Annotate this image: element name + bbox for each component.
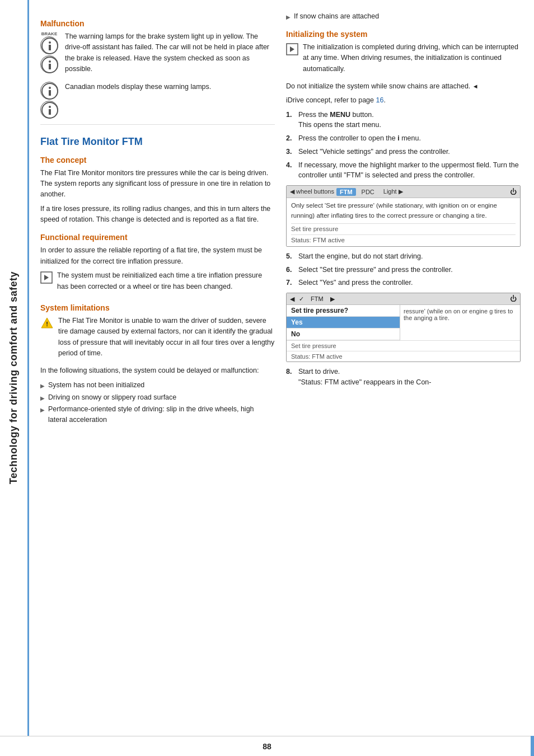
step-num: 7. (286, 278, 295, 288)
functional-p1: In order to assure the reliable reportin… (40, 245, 275, 267)
bullet-item-2: Driving on snowy or slippery road surfac… (48, 392, 176, 403)
power-icon: ⏻ (510, 188, 517, 196)
functional-heading: Functional requirement (40, 233, 275, 242)
step-1-text: Press the MENU button.This opens the sta… (298, 110, 381, 131)
ui-box2-check-icon: ✓ (299, 295, 304, 303)
flat-tire-heading: Flat Tire Monitor FTM (40, 136, 275, 148)
brake-warning-block: BRAKE (40, 31, 275, 78)
step-5-text: Start the engine, but do not start drivi… (298, 251, 423, 262)
list-item: 1. Press the MENU button.This opens the … (286, 110, 521, 131)
list-item: 8. Start to drive."Status: FTM active" r… (286, 367, 521, 388)
steps-list: 1. Press the MENU button.This opens the … (286, 110, 521, 181)
idrive-text: iDrive concept, refer to page 16. (286, 95, 521, 106)
ui-box2-header: ◀ ✓ FTM ▶ ⏻ (287, 293, 520, 305)
init-note-block: The initialization is completed during d… (286, 42, 521, 78)
svg-marker-17 (290, 46, 294, 52)
ui-box2-power-icon: ⏻ (510, 295, 517, 303)
ui-box2-right-arrow: ▶ (330, 295, 335, 303)
bullet-arrow-icon: ▶ (40, 394, 45, 402)
step-num: 2. (286, 133, 295, 144)
choice-yes: Yes (287, 317, 400, 328)
step-num: 3. (286, 147, 295, 157)
page-bar-accent (531, 736, 534, 756)
step-2-text: Press the controller to open the i menu. (298, 133, 421, 144)
list-item: 7. Select "Yes" and press the controller… (286, 278, 521, 288)
ui-box2-right-text: ressure' (while on on or engine g tires … (400, 305, 520, 340)
end-mark-1: ◄ (472, 83, 479, 90)
bullet-list: ▶ System has not been initialized ▶ Driv… (40, 380, 275, 425)
svg-text:!: ! (46, 321, 48, 327)
svg-point-4 (49, 60, 51, 63)
functional-note-block: The system must be reinitialized each ti… (40, 270, 275, 295)
system-limitations-block: ! The Flat Tire Monitor is unable to war… (40, 316, 275, 363)
svg-rect-2 (49, 45, 51, 50)
right-column: ▶ If snow chains are attached Initializi… (286, 11, 521, 728)
svg-marker-13 (44, 275, 49, 280)
choice-no: No (287, 328, 400, 340)
ui-box1-text: Only select 'Set tire pressure' (while s… (291, 201, 516, 221)
list-item: 6. Select "Set tire pressure" and press … (286, 265, 521, 275)
bullet-arrow-icon: ▶ (40, 382, 45, 390)
step-num: 5. (286, 251, 295, 262)
menu-bold: MENU (330, 111, 350, 119)
step-8-text: Start to drive."Status: FTM active" reap… (298, 367, 431, 388)
concept-p1: The Flat Tire Monitor monitors tire pres… (40, 168, 275, 200)
step-num: 1. (286, 110, 295, 120)
canadian-icon-2 (40, 101, 58, 119)
left-column: Malfunction BRAKE (40, 11, 275, 728)
canadian-icon-1 (40, 82, 58, 100)
list-item: 4. If necessary, move the highlight mark… (286, 160, 521, 181)
divider-1 (40, 124, 275, 125)
svg-rect-11 (49, 109, 51, 115)
canadian-text: Canadian models display these warning la… (65, 82, 211, 92)
i-bold: i (397, 134, 399, 142)
step-num: 4. (286, 160, 295, 171)
malfunction-warning-text: The warning lamps for the brake system l… (65, 31, 275, 75)
choice-set-pressure: Set tire pressure? (287, 305, 400, 317)
system-limitations-heading: System limitations (40, 303, 275, 312)
list-item: 2. Press the controller to open the i me… (286, 133, 521, 144)
ui-box2-choices: Set tire pressure? Yes No (287, 305, 400, 340)
arrow-right-icon-2 (286, 43, 298, 55)
brake-label: BRAKE (41, 31, 57, 36)
ui-box1-status: Status: FTM active (291, 234, 516, 243)
svg-rect-5 (49, 64, 51, 69)
list-item: 5. Start the engine, but do not start dr… (286, 251, 521, 262)
step-num: 6. (286, 265, 295, 275)
list-item: ▶ Driving on snowy or slippery road surf… (40, 392, 275, 403)
snow-chains-text: If snow chains are attached (294, 11, 379, 22)
tab-light: Light ▶ (380, 187, 406, 196)
tab-wheel-buttons: ◀ wheel buttons (290, 188, 334, 195)
ui-box2-body: Set tire pressure? Yes No ressure' (whil… (287, 305, 520, 340)
page-number: 88 (263, 742, 271, 751)
brake-icon-2 (40, 55, 58, 73)
sidebar: Technology for driving comfort and safet… (0, 0, 29, 756)
tab-pdc: PDC (358, 188, 378, 196)
main-content: Malfunction BRAKE (29, 0, 534, 756)
tab-ftm: FTM (336, 188, 356, 196)
step-6-text: Select "Set tire pressure" and press the… (298, 265, 453, 275)
bullet-arrow-icon: ▶ (286, 13, 291, 21)
svg-point-7 (49, 87, 51, 89)
svg-point-10 (49, 106, 51, 108)
idrive-link[interactable]: 16 (376, 96, 384, 104)
warning-triangle-icon: ! (40, 317, 54, 330)
init-p1: The initialization is completed during d… (303, 42, 521, 74)
malfunction-heading: Malfunction (40, 19, 275, 28)
ui-box1-set-pressure: Set tire pressure (291, 223, 516, 232)
step-4-text: If necessary, move the highlight marker … (298, 160, 521, 181)
init-p2: Do not initialize the system while snow … (286, 81, 521, 92)
list-item: 3. Select "Vehicle settings" and press t… (286, 147, 521, 157)
step-7-text: Select "Yes" and press the controller. (298, 278, 413, 288)
canadian-block: Canadian models display these warning la… (40, 82, 275, 119)
concept-p2: If a tire loses pressure, its rolling ra… (40, 204, 275, 226)
snow-chains-bullet: ▶ If snow chains are attached (286, 11, 521, 22)
step-num: 8. (286, 367, 295, 377)
ui-box2-left-arrow: ◀ (290, 295, 294, 303)
brake-icon (40, 36, 58, 54)
system-limitations-p1: The Flat Tire Monitor is unable to warn … (58, 316, 275, 359)
page-number-bar: 88 (0, 736, 534, 756)
ui-box2-set-pressure-line: Set tire pressure (287, 340, 520, 351)
steps-list-3: 8. Start to drive."Status: FTM active" r… (286, 367, 521, 388)
bullet-intro: In the following situations, the system … (40, 365, 275, 376)
